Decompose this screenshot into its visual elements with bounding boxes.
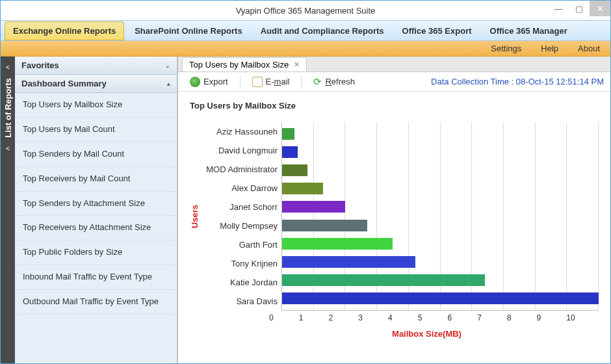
bar xyxy=(282,256,415,268)
category-label: MOD Administrator xyxy=(203,164,278,174)
category-label: Janet Schorr xyxy=(203,202,278,212)
x-tick: 6 xyxy=(447,313,480,322)
bar xyxy=(282,164,307,176)
tab-exchange-online-reports[interactable]: Exchange Online Reports xyxy=(5,21,124,40)
refresh-icon: ⟳ xyxy=(313,77,322,87)
body: < List of Reports < Favorites ⌄ Dashboar… xyxy=(1,57,610,363)
x-tick: 9 xyxy=(537,313,569,322)
sidebar-item[interactable]: Top Public Folders by Size xyxy=(15,240,177,265)
separator xyxy=(240,75,240,88)
window-buttons: — ▢ ✕ xyxy=(548,1,610,16)
x-tick: 2 xyxy=(328,313,361,322)
sidebar-item[interactable]: Top Users by Mailbox Size xyxy=(15,93,177,118)
category-label: Garth Fort xyxy=(203,240,278,250)
tab-office-365-export[interactable]: Office 365 Export xyxy=(395,22,480,40)
plot-area xyxy=(281,122,599,311)
main-panel: Top Users by Mailbox Size ✕ Export E-mai… xyxy=(177,57,610,363)
category-label: Aziz Hassouneh xyxy=(203,127,278,136)
menu-settings[interactable]: Settings xyxy=(491,44,521,53)
bar xyxy=(282,183,323,194)
bar xyxy=(282,146,298,158)
tab-office-365-manager[interactable]: Office 365 Manager xyxy=(482,22,575,40)
category-label: David Longmuir xyxy=(203,146,278,155)
report-tab[interactable]: Top Users by Mailbox Size ✕ xyxy=(182,57,307,72)
x-axis-ticks: 012345678910 xyxy=(272,313,599,322)
bar xyxy=(282,292,599,304)
email-label: E-mail xyxy=(266,77,290,86)
chart: Users Aziz HassounehDavid LongmuirMOD Ad… xyxy=(190,122,599,311)
chevron-down-icon: < xyxy=(6,145,10,152)
y-axis-label: Users xyxy=(190,205,200,228)
sidebar-item[interactable]: Top Users by Mail Count xyxy=(15,118,177,142)
x-tick: 10 xyxy=(566,313,599,322)
export-icon xyxy=(190,77,200,87)
chart-area: Top Users by Mailbox Size Users Aziz Has… xyxy=(178,92,610,363)
category-label: Katie Jordan xyxy=(203,278,278,287)
sidebar-item[interactable]: Outbound Mail Traffic by Event Type xyxy=(15,290,177,315)
window-title: Vyapin Office 365 Management Suite xyxy=(236,6,376,16)
category-label: Molly Dempsey xyxy=(203,221,278,231)
sidebar-heading-favorites[interactable]: Favorites ⌄ xyxy=(15,57,177,75)
export-button[interactable]: Export xyxy=(185,75,233,89)
favorites-label: Favorites xyxy=(21,60,59,70)
menu-help[interactable]: Help xyxy=(541,44,558,53)
category-label: Alex Darrow xyxy=(203,183,278,193)
main-tabs: Exchange Online ReportsSharePoint Online… xyxy=(1,20,610,41)
category-label: Tony Krijnen xyxy=(203,259,278,268)
report-tab-label: Top Users by Mailbox Size xyxy=(189,60,289,70)
sidebar-item[interactable]: Top Senders by Mail Count xyxy=(15,142,177,167)
app-window: Vyapin Office 365 Management Suite — ▢ ✕… xyxy=(0,0,611,364)
x-tick: 7 xyxy=(477,313,510,322)
bar xyxy=(282,128,294,140)
x-tick: 3 xyxy=(358,313,391,322)
x-tick: 8 xyxy=(507,313,540,322)
sidebar-item[interactable]: Inbound Mail Traffic by Event Type xyxy=(15,265,177,290)
bar xyxy=(282,201,345,213)
caret-up-icon: ▴ xyxy=(167,81,170,87)
chart-title: Top Users by Mailbox Size xyxy=(190,101,599,110)
sidebar-rail[interactable]: < List of Reports < xyxy=(1,57,15,363)
x-tick: 5 xyxy=(418,313,450,322)
sidebar: Favorites ⌄ Dashboard Summary ▴ Top User… xyxy=(15,57,177,363)
refresh-label: Refresh xyxy=(325,77,355,86)
chevron-icon: ⌄ xyxy=(165,62,170,69)
separator xyxy=(301,75,302,88)
report-toolbar: Export E-mail ⟳ Refresh Data Collection … xyxy=(178,72,610,92)
close-button[interactable]: ✕ xyxy=(590,1,610,16)
minimize-button[interactable]: — xyxy=(548,1,569,16)
sidebar-heading-dashboard[interactable]: Dashboard Summary ▴ xyxy=(15,75,177,93)
bar xyxy=(282,274,485,286)
chevron-up-icon: < xyxy=(6,64,10,71)
rail-label: List of Reports xyxy=(3,78,13,138)
menu-bar: Settings Help About xyxy=(1,41,610,57)
email-icon xyxy=(252,77,263,87)
sidebar-item[interactable]: Top Receivers by Mail Count xyxy=(15,167,177,192)
y-axis-categories: Aziz HassounehDavid LongmuirMOD Administ… xyxy=(203,122,281,311)
dashboard-label: Dashboard Summary xyxy=(21,79,107,88)
maximize-button[interactable]: ▢ xyxy=(569,1,590,16)
tab-audit-and-compliance-reports[interactable]: Audit and Compliance Reports xyxy=(253,22,392,40)
bar xyxy=(282,238,393,250)
bar xyxy=(282,220,367,231)
export-label: Export xyxy=(203,77,228,86)
email-button[interactable]: E-mail xyxy=(247,75,295,89)
x-tick: 4 xyxy=(388,313,421,322)
menu-about[interactable]: About xyxy=(578,44,600,53)
tab-sharepoint-online-reports[interactable]: SharePoint Online Reports xyxy=(127,22,250,40)
close-tab-icon[interactable]: ✕ xyxy=(294,60,300,69)
x-tick: 1 xyxy=(299,313,332,322)
sidebar-item[interactable]: Top Receivers by Attachment Size xyxy=(15,216,177,240)
sidebar-item[interactable]: Top Senders by Attachment Size xyxy=(15,192,177,216)
timestamp: Data Collection Time : 08-Oct-15 12:51:1… xyxy=(431,77,604,86)
x-axis-label: Mailbox Size(MB) xyxy=(255,329,599,339)
titlebar: Vyapin Office 365 Management Suite — ▢ ✕ xyxy=(1,1,610,20)
x-tick: 0 xyxy=(269,313,302,322)
refresh-button[interactable]: ⟳ Refresh xyxy=(308,75,360,89)
category-label: Sara Davis xyxy=(203,296,278,306)
report-tab-bar: Top Users by Mailbox Size ✕ xyxy=(178,57,610,72)
